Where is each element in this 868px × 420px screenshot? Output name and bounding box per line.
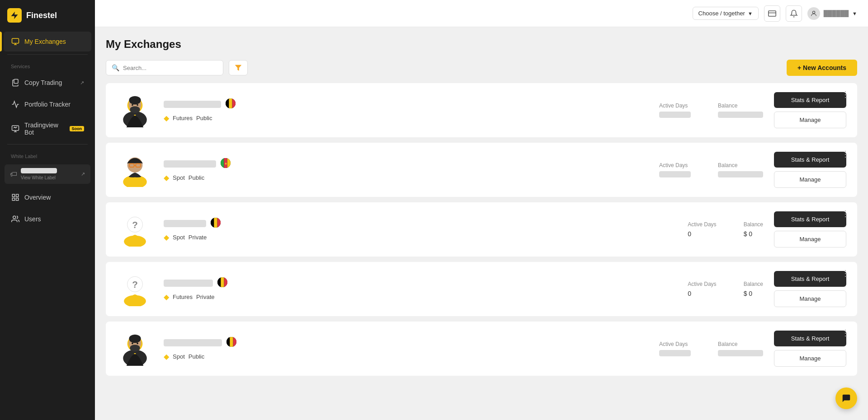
stats-report-button[interactable]: Stats & Report <box>774 211 846 227</box>
filter-button[interactable] <box>229 60 248 75</box>
stats-report-button[interactable]: Stats & Report <box>774 331 846 346</box>
card-name-row <box>164 337 630 349</box>
more-options-button[interactable]: ⋮ <box>841 269 850 277</box>
flag-icon <box>226 98 236 110</box>
card-actions: Stats & Report Manage <box>774 271 846 307</box>
balance-label: Balance <box>718 162 763 168</box>
exchange-cards-list: ◆ Futures Public Active Days Balance Sta… <box>106 83 857 376</box>
card-tags: ◆ Futures Public <box>164 114 630 122</box>
chat-button[interactable] <box>835 387 857 409</box>
sidebar-item-overview[interactable]: Overview <box>4 187 91 207</box>
manage-button[interactable]: Manage <box>774 290 846 307</box>
workspace-label: Choose / together <box>698 10 745 17</box>
svg-rect-30 <box>221 158 224 168</box>
svg-rect-0 <box>12 38 19 43</box>
tag-icon: 🏷 <box>10 170 17 178</box>
toolbar: 🔍 + New Accounts <box>106 60 857 76</box>
sidebar-item-tradingview-bot[interactable]: Tradingview Bot Soon <box>4 116 91 141</box>
page-title: My Exchanges <box>106 38 857 51</box>
sidebar-item-users[interactable]: Users <box>4 209 91 229</box>
exchange-card: ◆ Spot Public Active Days Balance Stats … <box>106 322 857 376</box>
section-white-label: White Label <box>0 146 95 162</box>
card-tags: ◆ Spot Public <box>164 173 630 182</box>
search-box[interactable]: 🔍 <box>106 60 223 75</box>
svg-rect-61 <box>230 337 233 347</box>
svg-text:?: ? <box>132 219 138 229</box>
divider-services <box>7 54 88 55</box>
active-days-group: Active Days <box>659 162 691 177</box>
card-info: ★ ◆ Spot Public <box>164 158 630 182</box>
account-name-blurred <box>164 339 222 346</box>
main-area: Choose / together ▼ ██████ ▼ My Exchange… <box>95 0 868 420</box>
svg-point-9 <box>812 11 815 13</box>
user-avatar-icon <box>807 7 820 20</box>
new-accounts-button[interactable]: + New Accounts <box>787 60 857 76</box>
svg-rect-8 <box>769 11 776 16</box>
manage-button[interactable]: Manage <box>774 350 846 367</box>
new-accounts-label: + New Accounts <box>797 64 846 71</box>
stats-report-button[interactable]: Stats & Report <box>774 92 846 108</box>
app-name: Finestel <box>26 11 57 20</box>
sidebar-label-tradingview-bot: Tradingview Bot <box>24 121 63 136</box>
balance-group: Balance <box>718 341 763 356</box>
white-label-box[interactable]: 🏷 View White Label ↗ <box>5 164 90 184</box>
card-tags: ◆ Spot Private <box>164 233 659 242</box>
svg-rect-47 <box>217 277 221 287</box>
active-days-label: Active Days <box>659 162 691 168</box>
balance-group: Balance $ 0 <box>744 281 763 297</box>
trade-type: Futures <box>173 294 193 300</box>
card-actions: Stats & Report Manage <box>774 211 846 247</box>
manage-button[interactable]: Manage <box>774 231 846 247</box>
stats-report-button[interactable]: Stats & Report <box>774 271 846 287</box>
wallet-button[interactable] <box>764 5 780 22</box>
copy-icon <box>11 78 20 87</box>
svg-rect-32 <box>227 158 231 168</box>
manage-button[interactable]: Manage <box>774 112 846 128</box>
svg-rect-4 <box>16 194 19 196</box>
exchange-card: ? ◆ Futures Pri <box>106 262 857 316</box>
card-stats: Active Days 0 Balance $ 0 <box>688 221 763 238</box>
exchange-card: ◆ Futures Public Active Days Balance Sta… <box>106 83 857 137</box>
account-avatar <box>117 152 153 188</box>
balance-group: Balance <box>718 162 763 177</box>
svg-rect-21 <box>229 98 232 108</box>
user-menu[interactable]: ██████ ▼ <box>807 7 857 20</box>
card-stats: Active Days Balance <box>659 103 763 118</box>
workspace-dropdown[interactable]: Choose / together ▼ <box>693 7 759 20</box>
card-name-row <box>164 218 659 229</box>
wl-external-icon: ↗ <box>81 171 85 177</box>
user-chevron-icon: ▼ <box>852 11 857 16</box>
svg-rect-62 <box>233 337 236 347</box>
divider-wl <box>7 144 88 145</box>
stats-report-button[interactable]: Stats & Report <box>774 152 846 168</box>
svg-text:★: ★ <box>224 162 227 166</box>
active-days-label: Active Days <box>659 103 691 109</box>
logo-area[interactable]: Finestel <box>0 0 95 31</box>
search-input[interactable] <box>123 65 217 71</box>
flag-icon: ★ <box>221 158 231 170</box>
svg-rect-20 <box>226 98 229 108</box>
visibility: Private <box>189 234 207 241</box>
binance-icon: ◆ <box>164 173 169 182</box>
manage-button[interactable]: Manage <box>774 171 846 188</box>
external-link-icon: ↗ <box>80 80 84 86</box>
grid-icon <box>11 193 20 202</box>
balance-label: Balance <box>744 221 763 228</box>
notification-button[interactable] <box>786 5 802 22</box>
more-options-button[interactable]: ⋮ <box>841 150 850 158</box>
svg-rect-22 <box>232 98 236 108</box>
more-options-button[interactable]: ⋮ <box>841 329 850 337</box>
sidebar-item-my-exchanges[interactable]: My Exchanges <box>4 32 91 51</box>
active-days-value: 0 <box>688 230 716 238</box>
more-options-button[interactable]: ⋮ <box>841 90 850 98</box>
balance-value: $ 0 <box>744 290 763 297</box>
sidebar-item-portfolio-tracker[interactable]: Portfolio Tracker <box>4 94 91 114</box>
more-options-button[interactable]: ⋮ <box>841 210 850 218</box>
card-name-row: ★ <box>164 158 630 170</box>
balance-label: Balance <box>744 281 763 287</box>
username-blurred: ██████ <box>824 10 849 17</box>
visibility: Private <box>196 294 214 300</box>
sidebar-item-copy-trading[interactable]: Copy Trading ↗ <box>4 73 91 93</box>
chevron-down-icon: ▼ <box>748 11 753 16</box>
flag-icon <box>211 218 221 229</box>
